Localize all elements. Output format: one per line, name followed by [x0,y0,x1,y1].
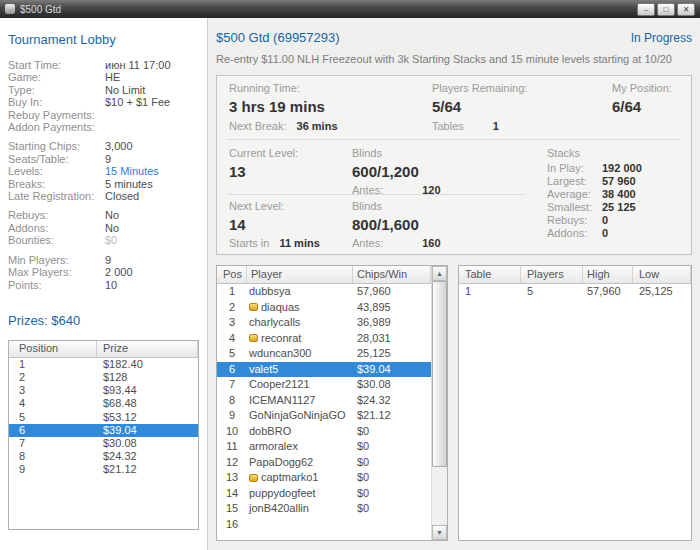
info-row: Game:HE [8,71,199,83]
prize-row[interactable]: 3$93.44 [9,384,198,397]
current-blinds-block: Blinds 600/1,200 [352,147,419,180]
info-row: Min Players:9 [8,254,199,266]
players-header-pos[interactable]: Pos [217,266,247,283]
tables-header-table[interactable]: Table [459,266,521,283]
player-chips: 28,031 [353,331,431,347]
player-pos: 7 [217,377,247,393]
player-pos: 1 [217,284,247,300]
scroll-down-icon[interactable]: ▼ [432,525,447,540]
player-row[interactable]: 16 [217,517,431,533]
maximize-button[interactable]: □ [657,3,675,16]
player-row[interactable]: 9GoNinjaGoNinjaGO$21.12 [217,408,431,424]
prize-amount: $68.48 [97,397,137,410]
minimize-button[interactable]: – [637,3,655,16]
player-row[interactable]: 4reconrat28,031 [217,331,431,347]
tournament-stats-panel: Running Time: 3 hrs 19 mins Players Rema… [216,75,692,255]
running-time-value: 3 hrs 19 mins [229,98,325,115]
prize-position: 3 [9,384,97,397]
player-pos: 15 [217,501,247,517]
player-row[interactable]: 5wduncan30025,125 [217,346,431,362]
prize-table: Position Prize 1$182.402$1283$93.444$68.… [8,340,199,530]
info-row: Levels:15 Minutes [8,165,199,177]
player-row[interactable]: 7Cooper2121$30.08 [217,377,431,393]
prize-row[interactable]: 6$39.04 [9,424,198,437]
next-antes-label: Antes: [352,237,383,249]
player-row[interactable]: 1dubbsya57,960 [217,284,431,300]
player-name: armoralex [249,439,298,455]
prize-row[interactable]: 7$30.08 [9,437,198,450]
player-pos: 16 [217,517,247,533]
prize-table-header: Position Prize [9,341,198,358]
scroll-up-icon[interactable]: ▲ [432,266,447,281]
player-row[interactable]: 13captmarko1$0 [217,470,431,486]
status-badge: In Progress [631,31,692,45]
tables-header-low[interactable]: Low [633,266,691,283]
players-remaining-value: 5/64 [432,98,527,115]
info-value: 2 000 [105,266,133,278]
tournament-info: Start Time:июн 11 17:00Game:HEType:No Li… [8,59,199,291]
prize-row[interactable]: 8$24.32 [9,450,198,463]
info-row: Points:10 [8,279,199,291]
tables-header-high[interactable]: High [583,266,633,283]
next-antes-value: 160 [422,237,440,249]
prize-row[interactable]: 4$68.48 [9,397,198,410]
info-label: Breaks: [8,178,105,190]
prize-header-position: Position [9,341,97,357]
prize-row[interactable]: 5$53.12 [9,411,198,424]
stack-row: Smallest:25 125 [547,201,642,214]
player-row[interactable]: 10dobBRO$0 [217,424,431,440]
player-name: PapaDogg62 [249,455,313,471]
prize-row[interactable]: 9$21.12 [9,463,198,476]
my-position-label: My Position: [612,82,672,94]
levels-link[interactable]: 15 Minutes [105,165,159,177]
scrollbar-thumb[interactable] [432,281,447,467]
close-button[interactable]: ✕ [677,3,695,16]
prize-row[interactable]: 2$128 [9,371,198,384]
player-row[interactable]: 11armoralex$0 [217,439,431,455]
prize-position: 6 [9,424,97,437]
info-label: Bounties: [8,234,105,246]
prize-amount: $39.04 [97,424,137,437]
player-row[interactable]: 3charlycalls36,989 [217,315,431,331]
player-name-cell: diaquas [247,300,353,316]
next-blinds-value: 800/1,600 [352,216,419,233]
table-row[interactable]: 1557,96025,125 [459,284,691,299]
tables-header-players[interactable]: Players [521,266,583,283]
bottom-tables: Pos Player Chips/Win 1dubbsya57,9602diaq… [216,265,692,541]
prize-row[interactable]: 1$182.40 [9,358,198,371]
players-header-player[interactable]: Player [247,266,353,283]
players-header-chips[interactable]: Chips/Win [353,266,431,283]
starts-in-block: Starts in 11 mins [229,237,320,249]
player-chips: $0 [353,501,431,517]
player-row[interactable]: 12PapaDogg62$0 [217,455,431,471]
info-value: HE [105,71,120,83]
player-pos: 9 [217,408,247,424]
prize-position: 4 [9,397,97,410]
player-row[interactable]: 6valet5$39.04 [217,362,431,378]
window-title: $500 Gtd [20,4,61,15]
players-scrollbar[interactable]: ▲ ▼ [431,266,447,540]
prize-header-prize: Prize [97,341,198,357]
tournament-main: $500 Gtd (69957293) In Progress Re-entry… [209,18,700,550]
table-number: 1 [459,284,521,299]
player-name-cell [247,517,353,533]
player-chips: $21.12 [353,408,431,424]
info-group: Start Time:июн 11 17:00Game:HEType:No Li… [8,59,199,133]
player-row[interactable]: 2diaquas43,895 [217,300,431,316]
stack-label: In Play: [547,162,602,175]
window-titlebar[interactable]: $500 Gtd – □ ✕ [0,0,700,18]
info-row: Start Time:июн 11 17:00 [8,59,199,71]
player-row[interactable]: 14puppydogfeet$0 [217,486,431,502]
player-pos: 11 [217,439,247,455]
player-pos: 10 [217,424,247,440]
player-name-cell: puppydogfeet [247,486,353,502]
player-row[interactable]: 15jonB420allin$0 [217,501,431,517]
running-time-block: Running Time: 3 hrs 19 mins [229,82,325,115]
stack-label: Rebuys: [547,214,602,227]
player-name: valet5 [249,362,278,378]
stack-row: Largest:57 960 [547,175,642,188]
info-value: 3,000 [105,140,133,152]
player-row[interactable]: 8ICEMAN1127$24.32 [217,393,431,409]
tournament-title: $500 Gtd (69957293) [216,30,340,45]
stack-row: Addons:0 [547,227,642,240]
